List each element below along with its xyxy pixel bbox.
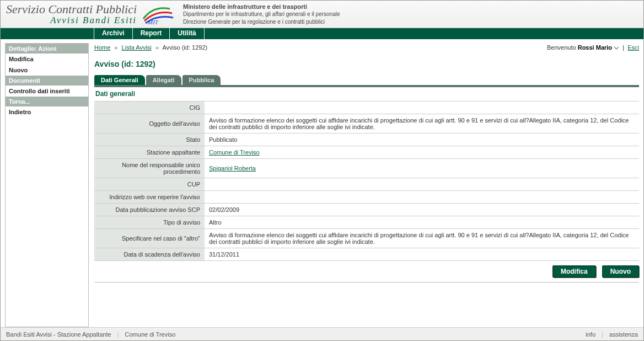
modifica-button[interactable]: Modifica: [552, 265, 596, 278]
nav-report[interactable]: Report: [132, 28, 170, 39]
row-stazione-label: Stazione appaltante: [94, 146, 205, 159]
logout-link[interactable]: Esci: [627, 44, 639, 51]
welcome-label: Benvenuto: [547, 44, 576, 51]
tab-dati-generali[interactable]: Dati Generali: [94, 75, 145, 85]
row-stazione-link[interactable]: Comune di Treviso: [209, 149, 260, 156]
row-indirizzo-value: [205, 191, 639, 204]
user-box: Benvenuto Rossi Mario | Esci: [547, 44, 639, 51]
footer-left1: Bandi Esiti Avvisi - Stazione Appaltante: [6, 331, 111, 338]
row-oggetto-value: Avviso di formazione elenco dei soggetti…: [205, 114, 639, 134]
page-title: Avviso (id: 1292): [94, 60, 639, 68]
row-stato-label: Stato: [94, 134, 205, 146]
row-cup-value: [205, 178, 639, 191]
row-cig-value: [205, 102, 639, 114]
breadcrumb-lista[interactable]: Lista Avvisi: [122, 44, 152, 51]
row-responsabile-label: Nome del responsabile unico procedimento: [94, 159, 205, 178]
svg-text:MIT: MIT: [147, 19, 159, 25]
row-scad-label: Data di scadenza dell'avviso: [94, 248, 205, 261]
row-datapub-value: 02/02/2009: [205, 204, 639, 216]
row-stato-value: Pubblicato: [205, 134, 639, 146]
row-cig-label: CIG: [94, 102, 205, 114]
ministero-title: Ministero delle infrastrutture e dei tra…: [183, 3, 307, 10]
mit-logo-icon: MIT: [142, 3, 175, 25]
chevron-down-icon[interactable]: [614, 45, 619, 51]
row-oggetto-label: Oggetto dell'avviso: [94, 114, 205, 134]
row-datapub-label: Data pubblicazione avviso SCP: [94, 204, 205, 216]
footer-assistenza[interactable]: assistenza: [609, 331, 638, 338]
sidebar-item-controllo[interactable]: Controllo dati inseriti: [6, 86, 88, 97]
tab-allegati[interactable]: Allegati: [146, 75, 181, 85]
sidebar-item-nuovo[interactable]: Nuovo: [6, 65, 88, 76]
footer-info[interactable]: info: [586, 331, 595, 338]
detail-table: CIG Oggetto dell'avviso Avviso di formaz…: [94, 102, 639, 261]
ministero-line2: Dipartimento per le infrastrutture, gli …: [183, 11, 340, 17]
breadcrumb: Home » Lista Avvisi » Avviso (id: 1292): [94, 44, 207, 51]
sidebar-sec-documenti: Documenti: [6, 76, 88, 86]
app-title-line2: Avvisi Bandi Esiti: [6, 15, 137, 25]
sidebar-item-indietro[interactable]: Indietro: [6, 106, 88, 118]
row-scad-value: 31/12/2011: [205, 248, 639, 261]
app-title-line1: Servizio Contratti Pubblici: [6, 3, 137, 15]
row-cup-label: CUP: [94, 178, 205, 191]
row-indirizzo-label: Indirizzo web ove reperire l'avviso: [94, 191, 205, 204]
row-spec-label: Specificare nel caso di "altro": [94, 229, 205, 248]
footer-left2: Comune di Treviso: [125, 331, 176, 338]
breadcrumb-home[interactable]: Home: [94, 44, 110, 51]
ministero-line3: Direzione Generale per la regolazione e …: [183, 19, 325, 25]
sidebar-item-modifica[interactable]: Modifica: [6, 54, 88, 65]
sidebar-sec-torna: Torna...: [6, 97, 88, 106]
breadcrumb-current: Avviso (id: 1292): [162, 44, 207, 51]
nav-archivi[interactable]: Archivi: [94, 28, 133, 39]
row-tipo-label: Tipo di avviso: [94, 216, 205, 229]
section-title: Dati generali: [94, 87, 639, 102]
row-spec-value: Avviso di formazione elenco dei soggetti…: [205, 229, 639, 248]
nuovo-button[interactable]: Nuovo: [602, 265, 639, 278]
nav-utilita[interactable]: Utilità: [169, 28, 204, 39]
user-name: Rossi Mario: [578, 44, 612, 51]
sidebar-sec-azioni: Dettaglio: Azioni: [6, 44, 88, 54]
tab-pubblica[interactable]: Pubblica: [183, 75, 221, 85]
row-tipo-value: Altro: [205, 216, 639, 229]
row-responsabile-link[interactable]: Spigariol Roberta: [209, 165, 256, 172]
